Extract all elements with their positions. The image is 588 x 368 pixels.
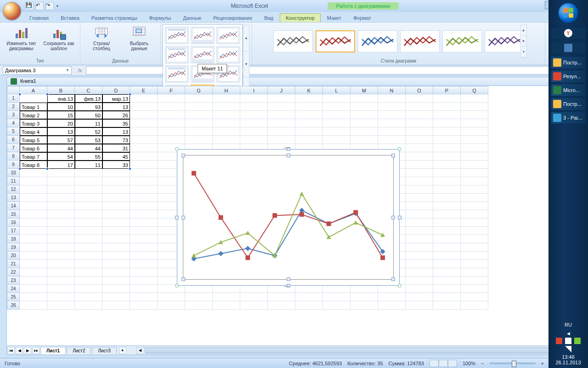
row-header-22[interactable]: 22 (7, 268, 20, 276)
cell-O10[interactable] (406, 169, 433, 177)
cell-D7[interactable]: 31 (102, 144, 130, 152)
cell-I26[interactable] (240, 301, 268, 310)
cell-A12[interactable] (20, 185, 47, 194)
cell-K25[interactable] (295, 293, 323, 301)
cell-Q5[interactable] (461, 127, 488, 136)
cell-O25[interactable] (406, 293, 433, 301)
styles-scroll-up[interactable]: ▲ (521, 25, 526, 36)
row-header-18[interactable]: 18 (7, 235, 20, 243)
cell-C10[interactable] (75, 169, 102, 177)
cell-Q12[interactable] (461, 185, 488, 194)
cell-J5[interactable] (268, 127, 295, 136)
style-thumb-6[interactable] (485, 30, 524, 52)
cell-P18[interactable] (433, 235, 461, 243)
tray-expand-icon[interactable]: ◀ (555, 331, 581, 336)
row-header-7[interactable]: 7 (7, 144, 20, 152)
cell-P17[interactable] (433, 227, 461, 235)
cell-A9[interactable]: Товар 8 (20, 161, 47, 169)
cell-B22[interactable] (47, 268, 75, 276)
cell-Q3[interactable] (461, 111, 488, 119)
col-header-E[interactable]: E (130, 86, 158, 94)
cell-P7[interactable] (433, 144, 461, 152)
cell-B10[interactable] (47, 169, 75, 177)
cell-F6[interactable] (158, 136, 185, 144)
cell-C25[interactable] (75, 293, 102, 301)
cell-L4[interactable] (323, 119, 351, 127)
cell-D26[interactable] (102, 301, 130, 310)
tab-разметка страницы[interactable]: Разметка страницы (86, 14, 143, 22)
cell-B5[interactable]: 13 (47, 127, 75, 136)
cell-N1[interactable] (378, 94, 406, 103)
cell-M2[interactable] (351, 103, 378, 111)
cell-C24[interactable] (75, 285, 102, 293)
name-box[interactable]: Диаграмма 3 ▼ (3, 66, 72, 75)
cell-L2[interactable] (323, 103, 351, 111)
cell-N25[interactable] (378, 293, 406, 301)
cell-D18[interactable] (102, 235, 130, 243)
col-header-Q[interactable]: Q (461, 86, 488, 94)
cell-D16[interactable] (102, 218, 130, 227)
cell-G6[interactable] (185, 136, 213, 144)
cell-P16[interactable] (433, 218, 461, 227)
cell-D8[interactable]: 45 (102, 152, 130, 161)
cell-H25[interactable] (213, 293, 240, 301)
cell-P10[interactable] (433, 169, 461, 177)
cell-G4[interactable] (185, 119, 213, 127)
row-header-3[interactable]: 3 (7, 111, 20, 119)
row-header-9[interactable]: 9 (7, 161, 20, 169)
cell-B26[interactable] (47, 301, 75, 310)
row-header-20[interactable]: 20 (7, 252, 20, 260)
cell-O12[interactable] (406, 185, 433, 194)
cell-Q22[interactable] (461, 268, 488, 276)
layout-thumb-1[interactable] (165, 27, 189, 44)
cell-C8[interactable]: 55 (75, 152, 102, 161)
fx-icon[interactable]: fx (78, 68, 82, 73)
cell-G1[interactable] (185, 94, 213, 103)
cell-I24[interactable] (240, 285, 268, 293)
cell-Q9[interactable] (461, 161, 488, 169)
layout-thumb-2[interactable] (191, 27, 215, 44)
cell-D2[interactable]: 13 (102, 103, 130, 111)
cell-P15[interactable] (433, 210, 461, 218)
office-button[interactable] (3, 2, 21, 20)
qat-redo-button[interactable]: ↷ (45, 2, 54, 10)
cell-K2[interactable] (295, 103, 323, 111)
row-header-5[interactable]: 5 (7, 127, 20, 136)
cell-O5[interactable] (406, 127, 433, 136)
cell-O24[interactable] (406, 285, 433, 293)
cell-J2[interactable] (268, 103, 295, 111)
cell-C9[interactable]: 11 (75, 161, 102, 169)
cell-F26[interactable] (158, 301, 185, 310)
cell-B25[interactable] (47, 293, 75, 301)
row-header-26[interactable]: 26 (7, 301, 20, 310)
zoom-in-button[interactable]: + (541, 361, 544, 366)
view-page-layout-button[interactable] (439, 360, 448, 367)
layout-thumb-7[interactable] (165, 65, 189, 83)
cell-Q17[interactable] (461, 227, 488, 235)
tray-date[interactable]: 26.11.2013 (555, 360, 581, 365)
cell-B9[interactable]: 17 (47, 161, 75, 169)
cell-D15[interactable] (102, 210, 130, 218)
cell-A26[interactable] (20, 301, 47, 310)
cell-M4[interactable] (351, 119, 378, 127)
row-header-19[interactable]: 19 (7, 243, 20, 252)
cell-B2[interactable]: 10 (47, 103, 75, 111)
layout-thumb-4[interactable] (165, 46, 189, 63)
col-header-M[interactable]: M (351, 86, 378, 94)
cell-O20[interactable] (406, 252, 433, 260)
cell-D3[interactable]: 26 (102, 111, 130, 119)
chart-object[interactable]: ┅┅┅ ┅┅┅ (177, 149, 400, 286)
tab-формулы[interactable]: Формулы (144, 14, 177, 22)
col-header-J[interactable]: J (268, 86, 295, 94)
cell-F4[interactable] (158, 119, 185, 127)
cell-H5[interactable] (213, 127, 240, 136)
cell-P2[interactable] (433, 103, 461, 111)
row-header-1[interactable]: 1 (7, 94, 20, 103)
cell-Q10[interactable] (461, 169, 488, 177)
cell-L25[interactable] (323, 293, 351, 301)
gallery-scroll-up[interactable]: ▲ (243, 25, 249, 52)
cell-P9[interactable] (433, 161, 461, 169)
qat-undo-button[interactable]: ↶ (35, 2, 44, 10)
change-chart-type-button[interactable]: Изменить тип диаграммы (4, 24, 39, 52)
cell-E13[interactable] (130, 194, 158, 202)
